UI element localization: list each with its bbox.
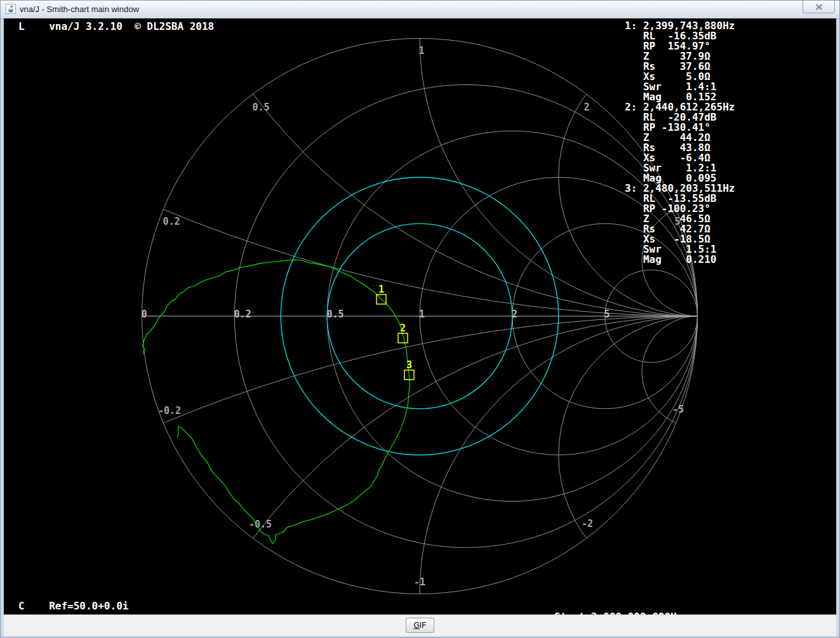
reactance-arc [4, 316, 836, 615]
reactance-arc [642, 316, 753, 427]
gif-export-button[interactable]: GIF [406, 618, 434, 633]
version-line: L vna/J 3.2.10 © DL2SBA 2018 [18, 22, 214, 32]
axis-label: 0 [142, 309, 147, 320]
smith-chart-area[interactable]: 00.20.51250.20.5125-0.2-0.5-1-2-5123 L v… [4, 18, 836, 615]
title-bar[interactable]: vna/J - Smith-chart main window [1, 1, 839, 19]
axis-label: 0.5 [327, 309, 344, 320]
gif-button-label: IF [420, 621, 427, 630]
close-button[interactable] [803, 1, 835, 13]
reactance-label: 0.5 [252, 102, 269, 113]
axis-label: 2 [512, 309, 517, 320]
bottom-button-bar: GIF [4, 615, 836, 636]
reactance-label: -0.5 [249, 519, 272, 530]
reactance-arc [559, 316, 836, 594]
close-icon [815, 4, 823, 10]
reactance-label: 0.2 [163, 216, 180, 227]
marker-1-label: 1 [378, 284, 384, 295]
axis-label: 0.2 [234, 309, 251, 320]
app-window: vna/J - Smith-chart main window 00.20.51… [0, 0, 840, 638]
reactance-label: 2 [583, 102, 589, 113]
start-frequency: Start 2,000,000,000Hz [554, 612, 683, 615]
marker-2-label: 2 [400, 322, 406, 334]
reflection-trace [143, 260, 410, 543]
reactance-label: -5 [672, 404, 684, 415]
reactance-label: 1 [418, 45, 424, 56]
reactance-arc [420, 316, 836, 615]
marker-info-line: Mag 0.210 [625, 255, 735, 265]
reactance-arc [142, 316, 837, 615]
marker-3-label: 3 [406, 359, 412, 371]
reference-line: C Ref=50.0+0.0i [18, 601, 128, 611]
sweep-range: Start 2,000,000,000Hz Stop 2,999,998,271… [554, 592, 683, 615]
window-title: vna/J - Smith-chart main window [20, 4, 139, 14]
java-app-icon [6, 4, 16, 14]
gif-button-mnemonic: G [413, 621, 419, 630]
reactance-label: -2 [582, 518, 593, 529]
axis-label: 1 [419, 309, 425, 320]
reactance-label: -1 [414, 576, 425, 588]
axis-label: 5 [604, 309, 610, 320]
window-content: 00.20.51250.20.5125-0.2-0.5-1-2-5123 L v… [4, 18, 836, 635]
reactance-label: -0.2 [158, 405, 181, 416]
marker-readout-panel: 1: 2,399,743,880Hz RL -16.35dB RP 154.97… [625, 21, 735, 265]
